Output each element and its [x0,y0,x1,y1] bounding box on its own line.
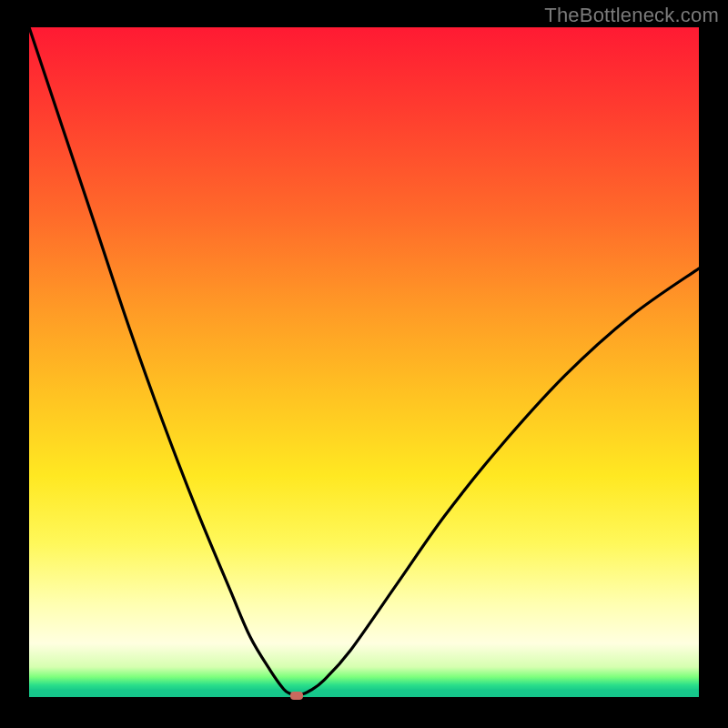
bottleneck-curve [29,27,699,697]
plot-area [29,27,699,697]
chart-frame: TheBottleneck.com [0,0,728,728]
minimum-marker [290,692,303,700]
watermark-text: TheBottleneck.com [544,4,719,27]
curve-path [29,27,699,695]
